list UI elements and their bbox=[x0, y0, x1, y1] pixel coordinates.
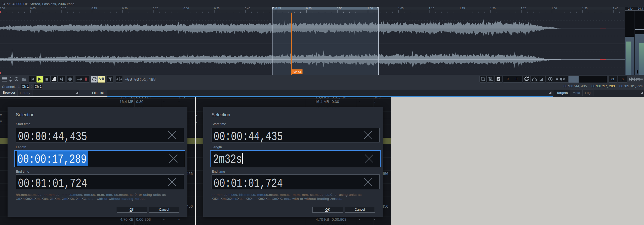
svg-text:0:47,5: 0:47,5 bbox=[294, 70, 302, 73]
svg-text:1:15: 1:15 bbox=[460, 7, 465, 10]
svg-text:0:10: 0:10 bbox=[61, 7, 66, 10]
svg-text:1:00: 1:00 bbox=[368, 7, 373, 10]
svg-text:0:40: 0:40 bbox=[245, 7, 250, 10]
svg-text:1:10: 1:10 bbox=[429, 7, 434, 10]
svg-text:0:00: 0:00 bbox=[0, 7, 5, 10]
svg-text:0:20: 0:20 bbox=[122, 7, 128, 10]
svg-text:1:40: 1:40 bbox=[613, 7, 618, 10]
svg-text:0:05: 0:05 bbox=[30, 7, 35, 10]
svg-text:24-bit, 48000 Hz, Stereo, Loss: 24-bit, 48000 Hz, Stereo, Lossless, 2304… bbox=[2, 2, 74, 6]
svg-text:0:55: 0:55 bbox=[337, 7, 342, 10]
svg-text:0:25: 0:25 bbox=[153, 7, 158, 10]
svg-text:0:30: 0:30 bbox=[183, 7, 189, 10]
svg-text:1:20: 1:20 bbox=[490, 7, 495, 10]
svg-text:1:30: 1:30 bbox=[551, 7, 557, 10]
svg-text:-24.4: -24.4 bbox=[627, 7, 633, 10]
svg-text:1:25: 1:25 bbox=[521, 7, 526, 10]
svg-text:-24.4: -24.4 bbox=[637, 7, 643, 10]
svg-text:0:45: 0:45 bbox=[275, 7, 281, 10]
svg-text:1:35: 1:35 bbox=[582, 7, 587, 10]
svg-text:0:50: 0:50 bbox=[306, 7, 311, 10]
svg-text:0:35: 0:35 bbox=[214, 7, 219, 10]
svg-text:0:15: 0:15 bbox=[92, 7, 97, 10]
svg-text:1:05: 1:05 bbox=[398, 7, 404, 10]
